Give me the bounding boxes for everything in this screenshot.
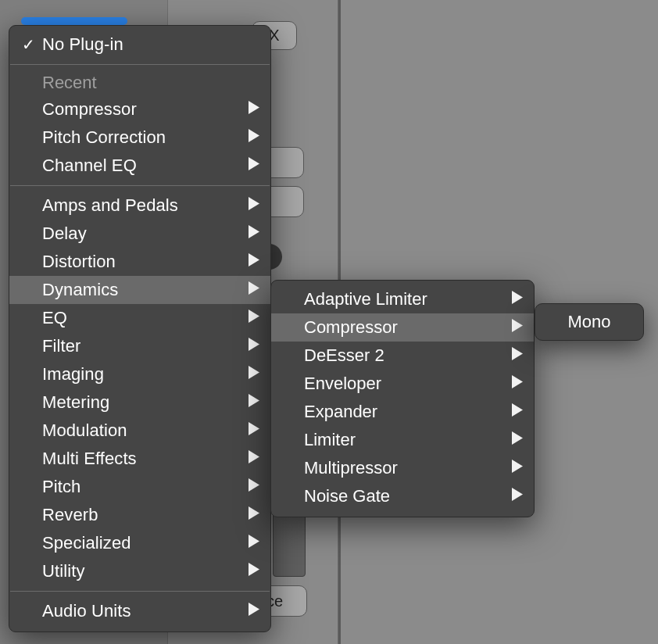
menu-item-label: Pitch Correction (42, 127, 249, 148)
chevron-right-icon (249, 338, 259, 355)
submenu-item-label: Adaptive Limiter (304, 289, 512, 309)
svg-marker-3 (249, 197, 259, 210)
chevron-right-icon (249, 535, 259, 552)
dynamics-submenu[interactable]: Adaptive Limiter Compressor DeEsser 2 En… (270, 280, 535, 517)
menu-item-label: Delay (42, 224, 249, 244)
channel-mode-mono[interactable]: Mono (535, 303, 644, 341)
menu-item-eq[interactable]: EQ (9, 304, 270, 332)
menu-separator (10, 64, 270, 65)
svg-marker-7 (249, 309, 259, 323)
menu-item-metering[interactable]: Metering (9, 388, 270, 417)
chevron-right-icon (249, 394, 259, 411)
svg-marker-18 (512, 291, 523, 304)
recent-label: Recent (42, 73, 97, 93)
menu-item-label: Dynamics (42, 280, 249, 300)
svg-marker-4 (249, 225, 259, 238)
svg-marker-14 (249, 506, 259, 520)
chevron-right-icon (249, 366, 259, 383)
chevron-right-icon (249, 281, 259, 299)
svg-marker-11 (249, 422, 259, 435)
svg-marker-1 (249, 129, 259, 142)
svg-marker-9 (249, 366, 259, 379)
svg-marker-13 (249, 478, 259, 492)
submenu-item-compressor[interactable]: Compressor (271, 313, 534, 342)
menu-item-no-plugin[interactable]: No Plug-in (9, 30, 270, 59)
chevron-right-icon (249, 422, 259, 439)
chevron-right-icon (512, 403, 523, 420)
menu-item-recent-channel-eq[interactable]: Channel EQ (9, 152, 270, 180)
submenu-item-multipressor[interactable]: Multipressor (271, 454, 534, 482)
chevron-right-icon (512, 319, 523, 336)
chevron-right-icon (512, 488, 523, 505)
menu-item-label: Specialized (42, 533, 249, 553)
submenu-item-enveloper[interactable]: Enveloper (271, 370, 534, 398)
chevron-right-icon (249, 478, 259, 496)
menu-separator (10, 591, 270, 592)
selected-slot-badge (21, 17, 127, 25)
menu-item-distortion[interactable]: Distortion (9, 248, 270, 276)
plugin-menu[interactable]: No Plug-in Recent Compressor Pitch Corre… (9, 25, 271, 632)
svg-marker-24 (512, 460, 523, 473)
menu-item-specialized[interactable]: Specialized (9, 529, 270, 557)
menu-item-label: Multi Effects (42, 449, 249, 469)
submenu-item-noise-gate[interactable]: Noise Gate (271, 482, 534, 510)
submenu-item-expander[interactable]: Expander (271, 398, 534, 426)
svg-marker-21 (512, 375, 523, 388)
menu-item-reverb[interactable]: Reverb (9, 501, 270, 529)
svg-marker-16 (249, 563, 259, 576)
menu-item-label: Amps and Pedals (42, 195, 249, 216)
menu-item-recent-pitch-correction[interactable]: Pitch Correction (9, 123, 270, 152)
svg-marker-20 (512, 347, 523, 360)
svg-marker-17 (249, 603, 259, 616)
svg-marker-8 (249, 338, 259, 351)
menu-item-label: Channel EQ (42, 156, 249, 176)
submenu-item-adaptive-limiter[interactable]: Adaptive Limiter (271, 285, 534, 313)
menu-item-label: Compressor (42, 99, 249, 120)
svg-marker-15 (249, 535, 259, 548)
chevron-right-icon (249, 197, 259, 214)
submenu-item-label: Compressor (304, 317, 512, 338)
submenu-item-label: Enveloper (304, 374, 512, 394)
menu-separator (10, 185, 270, 186)
menu-item-filter[interactable]: Filter (9, 332, 270, 360)
menu-item-label: Distortion (42, 252, 249, 272)
menu-item-amps-and-pedals[interactable]: Amps and Pedals (9, 191, 270, 220)
submenu-item-deesser-2[interactable]: DeEsser 2 (271, 342, 534, 370)
chevron-right-icon (249, 506, 259, 524)
submenu-item-limiter[interactable]: Limiter (271, 426, 534, 454)
menu-item-utility[interactable]: Utility (9, 557, 270, 585)
svg-marker-10 (249, 394, 259, 407)
menu-item-audio-units[interactable]: Audio Units (9, 597, 270, 625)
menu-item-delay[interactable]: Delay (9, 220, 270, 248)
menu-item-recent-compressor[interactable]: Compressor (9, 95, 270, 123)
menu-item-label: Metering (42, 392, 249, 413)
menu-item-label: Filter (42, 336, 249, 356)
menu-item-label: Reverb (42, 505, 249, 525)
chevron-right-icon (512, 375, 523, 392)
submenu-item-label: Expander (304, 402, 512, 422)
menu-item-multi-effects[interactable]: Multi Effects (9, 445, 270, 473)
menu-item-label: Audio Units (42, 601, 249, 621)
menu-item-pitch[interactable]: Pitch (9, 473, 270, 501)
svg-marker-22 (512, 403, 523, 417)
menu-section-recent: Recent (9, 70, 270, 95)
chevron-right-icon (249, 563, 259, 580)
chevron-right-icon (512, 431, 523, 449)
svg-marker-0 (249, 101, 259, 114)
menu-item-dynamics[interactable]: Dynamics (9, 276, 270, 304)
menu-item-label: No Plug-in (42, 34, 259, 55)
submenu-item-label: Multipressor (304, 458, 512, 478)
chevron-right-icon (249, 253, 259, 270)
menu-item-modulation[interactable]: Modulation (9, 417, 270, 445)
svg-marker-19 (512, 319, 523, 332)
svg-marker-2 (249, 157, 259, 170)
menu-item-label: Pitch (42, 477, 249, 497)
chevron-right-icon (249, 129, 259, 146)
chevron-right-icon (512, 291, 523, 308)
chevron-right-icon (249, 157, 259, 174)
chevron-right-icon (249, 450, 259, 467)
chevron-right-icon (249, 225, 259, 242)
menu-item-imaging[interactable]: Imaging (9, 360, 270, 388)
chevron-right-icon (512, 347, 523, 364)
svg-marker-23 (512, 431, 523, 445)
